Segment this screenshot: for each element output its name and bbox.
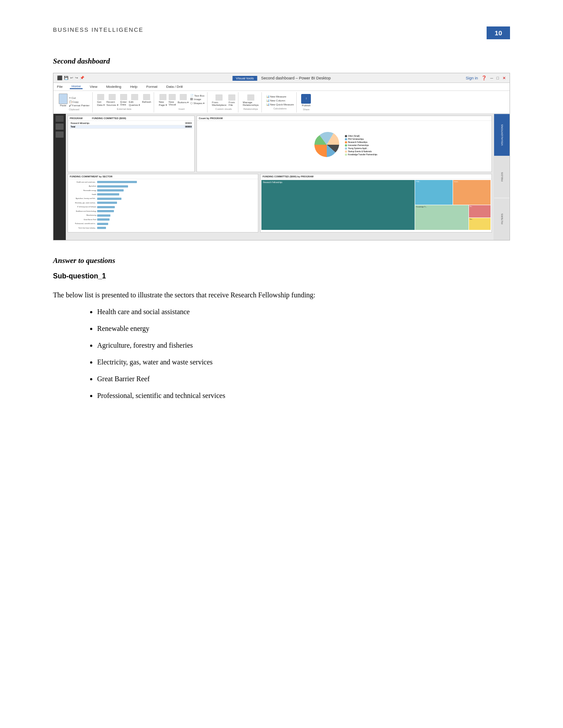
pbi-toolbar: Paste ✂ Cut 📋 Copy 🖌 Format Painter Clip… xyxy=(53,91,510,114)
legend-dot-3 xyxy=(345,141,347,143)
pie-chart-panel: Count by PROGRAM xyxy=(196,116,492,172)
enter-data-btn[interactable]: EnterData xyxy=(120,94,127,106)
bar-label-11: Professional, scientific and te... xyxy=(70,223,96,225)
treemap-cell-research-fellowships: Research Fellowships xyxy=(261,180,415,230)
table-row-program: Research fellowships xyxy=(70,122,157,125)
canvas-top-row: PROGRAM FUNDING COMMITTED ($000) Researc… xyxy=(68,116,492,172)
new-page-btn[interactable]: NewPage ▾ xyxy=(159,94,167,106)
model-view-icon[interactable] xyxy=(56,131,64,138)
pbi-window-title: Visual tools Second dashboard – Power BI… xyxy=(232,76,331,80)
pbi-close-btn[interactable]: ✕ xyxy=(503,76,506,80)
share-label: Share xyxy=(303,108,310,111)
bar-fill-1 xyxy=(97,181,137,183)
bar-label-3: Renewable energy xyxy=(70,190,96,191)
pbi-tab-data-drill[interactable]: Data / Drill xyxy=(164,85,184,89)
legend-dot-5 xyxy=(345,147,347,150)
legend-item-6: Startup Events & Nationals xyxy=(345,150,378,153)
pie-slice-3 xyxy=(314,145,327,157)
pbi-tab-modelling[interactable]: Modelling xyxy=(104,85,123,89)
image-btn[interactable]: 🖼 Image xyxy=(190,98,204,101)
recent-sources-btn[interactable]: RecentSources ▾ xyxy=(106,94,118,106)
treemap-title: FUNDING COMMITTED ($000) by PROGRAM xyxy=(261,174,491,179)
new-visual-btn[interactable]: NewVisual xyxy=(169,94,176,106)
pbi-tab-view[interactable]: View xyxy=(88,85,99,89)
text-box-btn[interactable]: 📄 Text Box xyxy=(190,94,204,97)
legend-item-5: Young Systems Appli... xyxy=(345,147,378,150)
paste-label: Paste xyxy=(60,104,66,107)
bar-fill-6 xyxy=(97,202,117,204)
filters-tab[interactable]: FILTERS xyxy=(494,198,510,240)
bullet-list: Health care and social assistance Renewa… xyxy=(97,308,510,400)
publish-label: Publish xyxy=(302,104,311,107)
pbi-redo-icon: ↪ xyxy=(75,76,78,80)
legend-dot-7 xyxy=(345,154,347,156)
copy-btn[interactable]: 📋 Copy xyxy=(69,100,90,103)
toolbar-group-clipboard: Paste ✂ Cut 📋 Copy 🖌 Format Painter Clip… xyxy=(56,92,93,113)
bar-row-2: Agriculture xyxy=(70,185,256,188)
table-panel-body: Research fellowships 909900 Total 909900 xyxy=(68,121,194,130)
bar-label-6: Electricity, gas, water and wa... xyxy=(70,202,96,204)
pbi-help-icon[interactable]: ❓ xyxy=(481,75,487,80)
table-row-total-value: 909900 xyxy=(157,125,193,129)
pbi-tab-home[interactable]: Home xyxy=(70,84,83,89)
paste-icon xyxy=(59,94,68,104)
pbi-sign-in[interactable]: Sign in xyxy=(466,76,478,80)
pbi-tab-help[interactable]: Help xyxy=(128,85,139,89)
legend-label-4: Innovation Partnerships xyxy=(348,144,369,146)
manage-relationships-btn[interactable]: ManageRelationships xyxy=(243,94,259,106)
fields-tab[interactable]: FIELDS xyxy=(494,156,510,198)
insert-label: Insert xyxy=(178,108,185,110)
bar-label-9: Manufacturing xyxy=(70,214,96,216)
pbi-visual-tools-tab: Visual tools xyxy=(232,76,257,81)
external-data-label: External data xyxy=(117,108,131,110)
pbi-statusbar: ◀ ▶ Page 1 + PAGE 1 OF 1 xyxy=(53,240,510,240)
bar-fill-5 xyxy=(97,198,121,200)
shapes-btn[interactable]: ⬡ Shapes ▾ xyxy=(190,101,204,105)
legend-label-6: Startup Events & Nationals xyxy=(348,150,372,153)
report-view-icon[interactable] xyxy=(56,116,64,122)
from-marketplace-btn[interactable]: FromMarketplace xyxy=(212,94,227,106)
bar-row-4: Health xyxy=(70,193,256,196)
from-file-btn[interactable]: FromFile xyxy=(228,94,235,106)
refresh-btn[interactable]: Refresh xyxy=(142,94,151,106)
bar-fill-12 xyxy=(97,227,106,229)
pbi-titlebar-left: ⬛ 💾 ↩ ↪ 📌 xyxy=(57,75,84,80)
data-view-icon[interactable] xyxy=(56,124,64,130)
treemap-cell-small2: You... xyxy=(469,218,491,230)
format-painter-btn[interactable]: 🖌 Format Painter xyxy=(69,104,90,107)
pie-chart-title: Count by PROGRAM xyxy=(197,116,491,121)
bar-row-8: Healthcare and biotechnology xyxy=(70,210,256,213)
bar-label-4: Health xyxy=(70,194,96,195)
new-measure-btn[interactable]: 📊 New Measure xyxy=(266,95,294,98)
pbi-canvas: PROGRAM FUNDING COMMITTED ($000) Researc… xyxy=(66,114,494,240)
treemap-panel: FUNDING COMMITTED ($000) by PROGRAM Rese… xyxy=(260,174,492,233)
pbi-main-area: PROGRAM FUNDING COMMITTED ($000) Researc… xyxy=(53,114,510,240)
legend-dot-2 xyxy=(345,138,347,140)
pbi-minimize-btn[interactable]: ─ xyxy=(490,76,493,80)
bar-label-2: Agriculture xyxy=(70,185,96,187)
visualizations-tab[interactable]: VISUALIZATIONS xyxy=(494,114,510,156)
publish-btn[interactable]: ↑ Publish xyxy=(301,94,311,107)
get-data-btn[interactable]: GetData ▾ xyxy=(97,94,105,106)
bar-fill-7 xyxy=(97,206,115,208)
pbi-tab-file[interactable]: File xyxy=(55,85,64,89)
toolbar-group-custom-visuals: FromMarketplace FromFile Custom visuals xyxy=(209,92,238,113)
body-text: The below list is presented to illustrat… xyxy=(53,289,510,301)
pbi-titlebar: ⬛ 💾 ↩ ↪ 📌 Visual tools Second dashboard … xyxy=(53,73,510,83)
toolbar-group-relationships: ManageRelationships Relationships xyxy=(240,92,262,113)
buttons-btn[interactable]: Buttons ▾ xyxy=(178,94,189,106)
new-quick-measure-btn[interactable]: 📊 New Quick Measure xyxy=(266,103,294,106)
edit-queries-btn[interactable]: EditQueries ▾ xyxy=(129,94,140,106)
cut-btn[interactable]: ✂ Cut xyxy=(69,96,90,99)
new-column-btn[interactable]: 📊 New Column xyxy=(266,99,294,102)
bar-fill-9 xyxy=(97,214,110,217)
page-header: BUSINESS INTELLIGENCE 10 xyxy=(53,26,510,39)
bullet-item-2: Renewable energy xyxy=(97,325,510,333)
pbi-left-sidebar xyxy=(53,114,66,240)
pbi-maximize-btn[interactable]: □ xyxy=(497,76,499,80)
pbi-window-controls[interactable]: Sign in ❓ ─ □ ✕ xyxy=(466,75,506,80)
pbi-tab-format[interactable]: Format xyxy=(144,85,159,89)
bar-row-3: Renewable energy xyxy=(70,189,256,192)
legend-dot-4 xyxy=(345,144,347,146)
bullet-item-6: Professional, scientific and technical s… xyxy=(97,392,510,400)
